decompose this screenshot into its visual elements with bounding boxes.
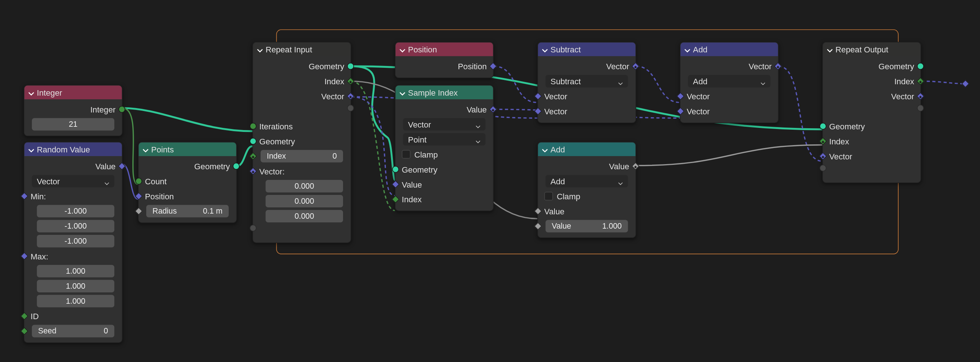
seed-field[interactable]: Seed 0 [32,325,115,337]
radius-field[interactable]: Radius 0.1 m [146,205,229,217]
domain-dropdown[interactable]: Point [403,133,485,146]
socket-input-iterations[interactable] [250,123,256,130]
min-z-field[interactable]: -1.000 [37,235,115,247]
node-title: Add [693,45,707,54]
dropdown-label: Vector [408,120,431,129]
operation-dropdown[interactable]: Subtract [545,75,628,87]
min-x-field[interactable]: -1.000 [37,205,115,217]
node-header[interactable]: Add [538,143,635,156]
node-header[interactable]: Points [139,143,236,156]
index-value: 0 [332,152,337,160]
node-sample-index[interactable]: Sample Index Value Vector Point Clamp Ge… [395,85,494,211]
seed-label: Seed [38,327,56,336]
dropdown-label: Add [693,76,707,86]
node-header[interactable]: Repeat Output [823,43,920,56]
min-y-field[interactable]: -1.000 [37,220,115,232]
socket-input-position[interactable] [135,192,143,200]
input-label: Index [829,137,849,146]
chevron-down-icon [684,46,690,52]
input-label: Count [145,176,167,186]
socket-input-geometry[interactable] [250,138,256,145]
socket-input-index[interactable] [249,152,257,160]
node-repeat-input[interactable]: Repeat Input Geometry Index Vector Itera… [253,42,351,243]
seed-value: 0 [104,327,108,336]
socket-input-min[interactable] [21,192,29,200]
socket-input-geometry[interactable] [819,123,826,130]
socket-output-virtual[interactable] [347,105,354,111]
socket-output-value[interactable] [118,162,126,170]
output-label: Vector [749,62,772,71]
node-random-value[interactable]: Random Value Value Vector Min: -1.000 -1… [24,142,123,343]
node-title: Points [151,145,174,154]
socket-external-vector[interactable] [961,80,969,88]
socket-output-geometry[interactable] [347,63,354,70]
socket-input-geometry[interactable] [392,166,399,173]
vec-x-field[interactable]: 0.000 [266,180,343,192]
node-editor-canvas[interactable]: Integer Integer 21 Random Value Value Ve… [0,0,980,362]
node-header[interactable]: Repeat Input [253,43,351,56]
input-label: Geometry [259,137,295,146]
output-label: Index [325,76,344,86]
node-position[interactable]: Position Position [395,42,494,78]
node-header[interactable]: Position [395,43,493,56]
value-b-field[interactable]: Value 1.000 [545,220,628,232]
input-label: Vector [687,106,710,116]
node-header[interactable]: Add [681,43,778,56]
socket-input-count[interactable] [135,178,142,185]
socket-input-virtual[interactable] [250,224,256,231]
node-add-vector[interactable]: Add Vector Add Vector Vector [680,42,778,123]
max-y-field[interactable]: 1.000 [37,280,115,292]
operation-dropdown[interactable]: Add [688,75,770,87]
output-label: Value [466,105,487,114]
output-label: Position [458,62,487,71]
node-title: Repeat Input [266,45,312,54]
dropdown-label: Add [550,176,565,186]
socket-input-max[interactable] [21,252,29,260]
node-subtract[interactable]: Subtract Vector Subtract Vector Vector [537,42,636,123]
node-add-math[interactable]: Add Value Add Clamp Value Value 1.000 [537,142,636,238]
socket-input-virtual[interactable] [819,164,826,171]
node-header[interactable]: Random Value [24,143,122,156]
socket-output-integer[interactable] [118,106,125,113]
node-header[interactable]: Integer [24,86,122,100]
chevron-down-icon [542,146,548,152]
operation-dropdown[interactable]: Add [545,175,628,187]
socket-input-seed[interactable] [21,327,29,335]
input-label: Vector [687,92,710,101]
index-field[interactable]: Index 0 [261,150,343,162]
socket-output-geometry[interactable] [233,163,240,170]
node-repeat-output[interactable]: Repeat Output Geometry Index Vector Geom… [822,42,921,183]
node-title: Integer [37,88,62,97]
node-header[interactable]: Subtract [538,43,635,56]
clamp-checkbox[interactable] [402,150,410,159]
integer-value-field[interactable]: 21 [32,118,115,130]
node-header[interactable]: Sample Index [395,86,493,100]
chevron-down-icon [399,89,405,95]
max-z-field[interactable]: 1.000 [37,295,115,307]
vec-z-field[interactable]: 0.000 [266,210,343,222]
vec-y-field[interactable]: 0.000 [266,195,343,207]
value-b-value: 1.000 [602,222,622,230]
socket-input-vector[interactable] [249,167,257,175]
clamp-checkbox[interactable] [544,192,553,200]
input-label: Geometry [402,165,437,174]
socket-output-virtual[interactable] [917,105,924,111]
socket-output-index[interactable] [916,77,925,86]
socket-input-radius[interactable] [135,207,143,215]
chevron-down-icon [28,89,35,95]
datatype-dropdown[interactable]: Vector [403,118,485,130]
chevron-down-icon [399,46,405,52]
node-title: Repeat Output [835,45,888,54]
node-integer[interactable]: Integer Integer 21 [24,85,123,136]
socket-output-vector[interactable] [916,92,925,100]
node-points[interactable]: Points Geometry Count Position Radius 0.… [138,142,237,223]
input-label: Iterations [259,122,293,131]
dropdown-label: Subtract [550,76,581,86]
datatype-dropdown[interactable]: Vector [32,175,115,187]
max-x-field[interactable]: 1.000 [37,265,115,277]
input-label: Vector [829,151,853,161]
index-label: Index [267,152,286,160]
value-b-label: Value [552,222,571,230]
socket-input-id[interactable] [21,312,29,320]
socket-output-geometry[interactable] [917,63,924,70]
